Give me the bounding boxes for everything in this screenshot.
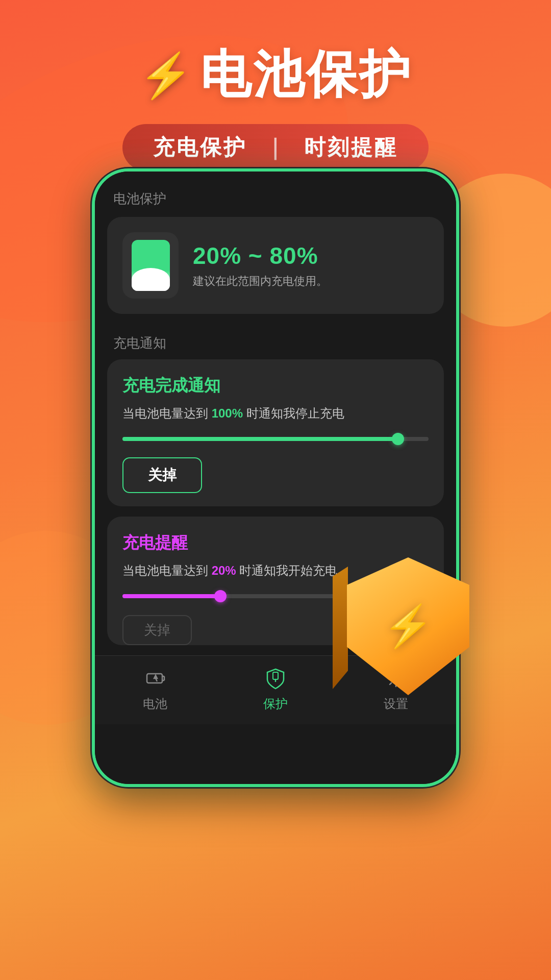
subtitle-divider: ｜ — [264, 135, 295, 159]
battery-icon-inner — [132, 240, 170, 291]
shield-left-face — [333, 567, 348, 689]
nav-item-battery[interactable]: 电池 — [124, 665, 186, 712]
battery-range: 20% ~ 80% — [193, 242, 429, 270]
nav-icon-battery — [142, 665, 168, 692]
slider-thumb-green[interactable] — [392, 433, 404, 445]
reminder-toggle-button-partial[interactable]: 关掉 — [122, 615, 192, 645]
notif-desc: 当电池电量达到 100% 时通知我停止充电 — [122, 404, 429, 423]
reminder-title: 充电提醒 — [122, 532, 429, 554]
protect-nav-icon-svg — [264, 667, 287, 690]
reminder-desc-prefix: 当电池电量达到 — [122, 564, 212, 577]
shield-body: ⚡ — [347, 557, 469, 695]
shield-decoration: ⚡ — [347, 557, 480, 705]
reminder-desc-suffix: 时通知我开始充电 — [236, 564, 338, 577]
reminder-desc-highlight: 20% — [212, 564, 236, 577]
phone-mockup: 电池保护 20% ~ 80% 建议在此范围内充电使 — [92, 168, 459, 787]
header: ⚡ 电池保护 充电保护 ｜ 时刻提醒 — [0, 0, 551, 171]
slider-fill-pink — [122, 594, 220, 598]
charging-section-label: 充电通知 — [95, 324, 456, 359]
battery-section-label-text: 电池保护 — [113, 191, 166, 206]
toggle-off-button[interactable]: 关掉 — [122, 457, 202, 493]
notif-desc-suffix: 时通知我停止充电 — [243, 406, 344, 420]
battery-dots — [141, 278, 160, 282]
nav-item-protect[interactable]: 保护 — [245, 665, 306, 712]
svg-rect-4 — [273, 672, 278, 679]
charging-notification-card: 充电完成通知 当电池电量达到 100% 时通知我停止充电 关掉 — [107, 359, 444, 506]
subtitle-badge: 充电保护 ｜ 时刻提醒 — [122, 124, 429, 171]
battery-dot-3 — [156, 278, 160, 282]
battery-icon-wrap — [122, 232, 179, 299]
nav-icon-protect — [262, 665, 289, 692]
notif-desc-highlight: 100% — [212, 406, 243, 420]
shield-bolt-icon: ⚡ — [383, 602, 434, 650]
battery-nav-icon-svg — [144, 667, 166, 690]
notif-desc-prefix: 当电池电量达到 — [122, 406, 212, 420]
battery-desc: 建议在此范围内充电使用。 — [193, 274, 429, 289]
app-title-text: 电池保护 — [200, 41, 412, 110]
subtitle-part1: 充电保护 — [153, 135, 247, 159]
notif-title: 充电完成通知 — [122, 375, 429, 397]
battery-info: 20% ~ 80% 建议在此范围内充电使用。 — [193, 242, 429, 289]
battery-card: 20% ~ 80% 建议在此范围内充电使用。 — [107, 217, 444, 314]
battery-dot-2 — [148, 278, 153, 282]
lightning-icon: ⚡ — [139, 50, 195, 101]
nav-label-battery: 电池 — [143, 696, 167, 712]
charging-slider[interactable] — [122, 435, 429, 443]
battery-dot-1 — [141, 278, 145, 282]
slider-thumb-pink[interactable] — [214, 590, 227, 602]
subtitle-part2: 时刻提醒 — [304, 135, 398, 159]
main-title: ⚡ 电池保护 — [0, 41, 551, 110]
slider-fill-green — [122, 437, 398, 441]
nav-label-protect: 保护 — [263, 696, 288, 712]
screen-section-label-battery: 电池保护 — [95, 172, 456, 217]
charging-section-label-text: 充电通知 — [113, 335, 166, 351]
